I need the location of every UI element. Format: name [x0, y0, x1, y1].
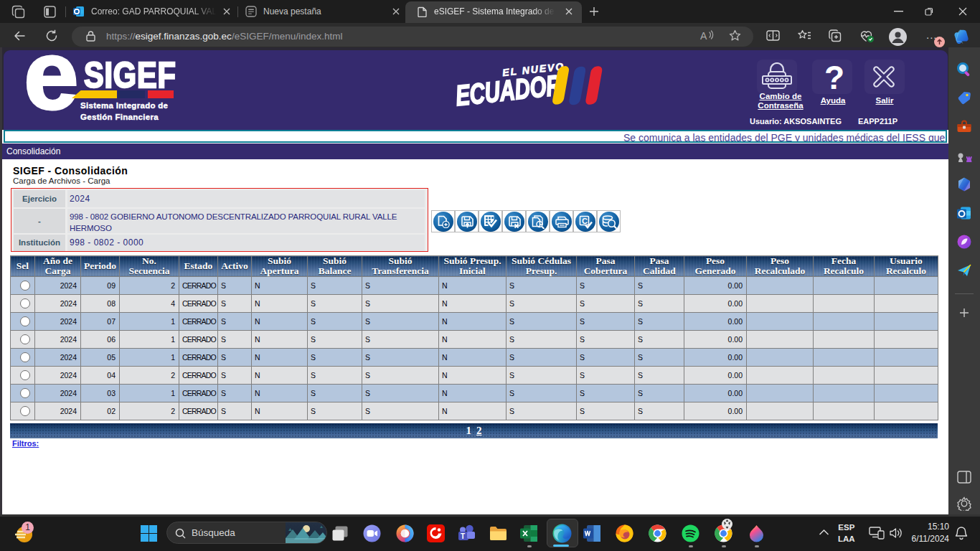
- svg-text:T: T: [461, 532, 465, 540]
- svg-text:C: C: [582, 217, 588, 225]
- svg-text:A: A: [700, 30, 707, 42]
